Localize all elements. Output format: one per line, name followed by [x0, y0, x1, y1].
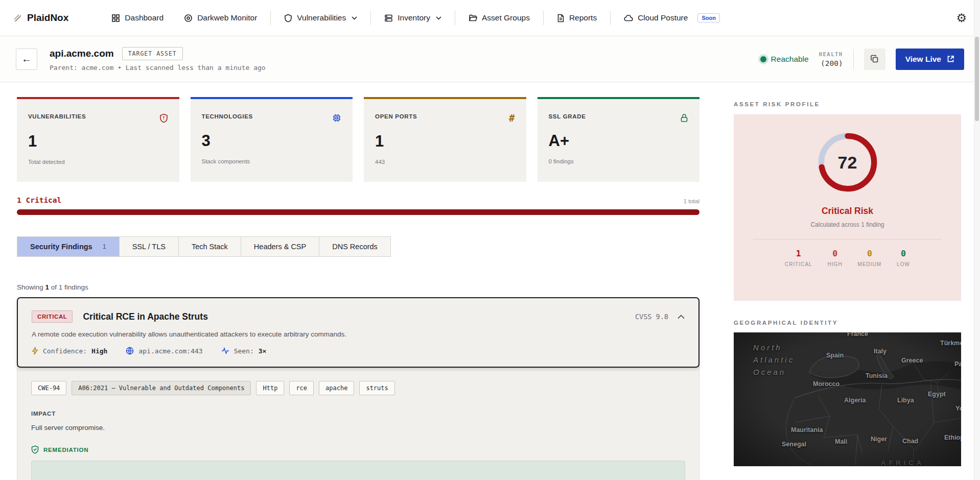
target-asset-badge: TARGET ASSET — [122, 47, 183, 60]
copy-button[interactable] — [864, 49, 885, 70]
nav-label: Cloud Posture — [638, 13, 688, 22]
impact-label: IMPACT — [31, 411, 685, 417]
map-label: Senegal — [782, 441, 806, 448]
page-scrollbar[interactable] — [974, 0, 980, 480]
view-live-button[interactable]: View Live — [896, 49, 964, 70]
map-label: Türkmen — [940, 340, 961, 347]
host-meta: api.acme.com:443 — [126, 347, 202, 355]
nav-divider — [455, 11, 455, 25]
main-nav: Dashboard Darkweb Monitor Vulnerabilitie… — [101, 11, 730, 25]
severity-bar — [17, 209, 699, 215]
tab-headers-csp[interactable]: Headers & CSP — [241, 237, 319, 256]
asset-subtitle: Parent: acme.com • Last scanned less tha… — [50, 64, 266, 71]
map-label-ocean: North Atlantic Ocean — [753, 342, 795, 378]
shield-alert-icon — [159, 113, 168, 123]
card-subtext: Stack components — [202, 158, 342, 164]
nav-vulnerabilities[interactable]: Vulnerabilities — [274, 13, 367, 22]
nav-reports[interactable]: Reports — [547, 13, 607, 22]
scrollbar-thumb[interactable] — [975, 37, 979, 121]
nav-darkweb-monitor[interactable]: Darkweb Monitor — [174, 13, 267, 22]
finding-header[interactable]: CRITICAL Critical RCE in Apache Struts C… — [17, 297, 699, 368]
shield-icon — [284, 14, 292, 22]
tab-ssl-tls[interactable]: SSL / TLS — [120, 237, 179, 256]
nav-label: Darkweb Monitor — [197, 13, 257, 22]
severity-counts: 1 CRITICAL 0 HIGH 0 MEDIUM 0 LOW — [734, 249, 961, 267]
asset-header: ← api.acme.com TARGET ASSET Parent: acme… — [0, 36, 980, 82]
count-low: 0 LOW — [897, 249, 910, 267]
tab-label: DNS Records — [332, 243, 378, 251]
tab-tech-stack[interactable]: Tech Stack — [179, 237, 241, 256]
settings-gear-icon[interactable]: ⚙ — [956, 12, 967, 24]
map-label-continent: AFRICA — [881, 459, 924, 466]
nav-divider — [270, 11, 271, 25]
card-subtext: 443 — [375, 159, 515, 165]
tab-label: Headers & CSP — [254, 243, 306, 251]
map-label: Algeria — [844, 397, 866, 404]
finding-panel: CRITICAL Critical RCE in Apache Struts C… — [17, 297, 699, 480]
impact-text: Full server compromise. — [31, 424, 685, 431]
nav-label: Asset Groups — [482, 13, 530, 22]
card-title: SSL GRADE — [549, 113, 586, 119]
chevron-down-icon — [352, 16, 357, 20]
card-value: A+ — [549, 133, 689, 149]
map-label: Ye — [955, 405, 961, 412]
tag-chip: CWE-94 — [31, 381, 66, 395]
view-live-label: View Live — [905, 55, 941, 64]
pulse-icon — [221, 347, 229, 354]
shield-check-icon — [31, 445, 39, 454]
reachable-label: Reachable — [771, 55, 809, 64]
reachable-status: Reachable — [760, 55, 809, 64]
health-label: HEALTH — [819, 51, 843, 57]
severity-strip-label: 1 Critical — [17, 196, 61, 204]
card-technologies: TECHNOLOGIES 3 Stack components — [191, 97, 353, 182]
count-medium: 0 MEDIUM — [858, 249, 882, 267]
risk-gauge: 72 — [816, 131, 879, 194]
card-subtext: 0 findings — [549, 158, 689, 164]
map-label: Chad — [902, 438, 918, 445]
finding-title: Critical RCE in Apache Struts — [83, 311, 207, 322]
chevron-up-icon[interactable] — [678, 315, 685, 319]
card-ssl-grade: SSL GRADE A+ 0 findings — [538, 97, 700, 182]
nav-dashboard[interactable]: Dashboard — [101, 13, 174, 22]
geo-section-title: GEOGRAPHICAL IDENTITY — [734, 320, 961, 326]
brand-logo[interactable]: PlaidNox — [13, 12, 68, 23]
health-value: (200) — [819, 59, 843, 67]
dashboard-grid-icon — [111, 14, 120, 22]
map-label: Ethiop — [944, 434, 961, 441]
geo-map[interactable]: North Atlantic Ocean France Türkmen Spai… — [734, 332, 961, 466]
back-arrow-icon: ← — [21, 53, 32, 65]
back-button[interactable]: ← — [16, 49, 37, 70]
status-dot — [760, 56, 766, 62]
map-label: Spain — [826, 352, 844, 359]
card-title: OPEN PORTS — [375, 113, 417, 119]
remediation-label: REMEDIATION — [43, 447, 88, 453]
plaidnox-logo-icon — [13, 14, 22, 22]
risk-level: Critical Risk — [734, 206, 961, 217]
map-label: Mali — [835, 438, 847, 445]
chevron-down-icon — [436, 16, 441, 20]
stat-cards: VULNERABILITIES 1 Total detected TECHNOL… — [17, 97, 699, 182]
tab-security-findings[interactable]: Security Findings 1 — [17, 237, 120, 256]
confidence-meta: Confidence: High — [32, 347, 107, 355]
lock-icon — [680, 113, 688, 123]
nav-label: Dashboard — [125, 13, 164, 22]
risk-divider — [753, 239, 942, 239]
tab-dns-records[interactable]: DNS Records — [319, 237, 390, 256]
nav-inventory[interactable]: Inventory — [374, 13, 452, 22]
count-critical: 1 CRITICAL — [785, 249, 812, 267]
card-value: 1 — [375, 133, 515, 149]
tag-chip: A06:2021 – Vulnerable and Outdated Compo… — [72, 381, 251, 395]
card-open-ports: OPEN PORTS # 1 443 — [364, 97, 526, 182]
nav-divider — [543, 11, 544, 25]
bolt-icon — [32, 347, 38, 355]
map-label: Niger — [871, 436, 887, 443]
nav-asset-groups[interactable]: Asset Groups — [458, 13, 540, 22]
right-sidebar: ASSET RISK PROFILE 72 Critical Risk Calc… — [734, 82, 961, 480]
map-label: France — [847, 332, 868, 338]
risk-profile-card: 72 Critical Risk Calculated across 1 fin… — [734, 114, 961, 301]
nav-label: Vulnerabilities — [297, 13, 346, 22]
map-label: Greece — [901, 357, 923, 364]
header-divider — [853, 49, 854, 69]
nav-cloud-posture[interactable]: Cloud Posture Soon — [614, 13, 730, 22]
report-icon — [557, 14, 565, 22]
